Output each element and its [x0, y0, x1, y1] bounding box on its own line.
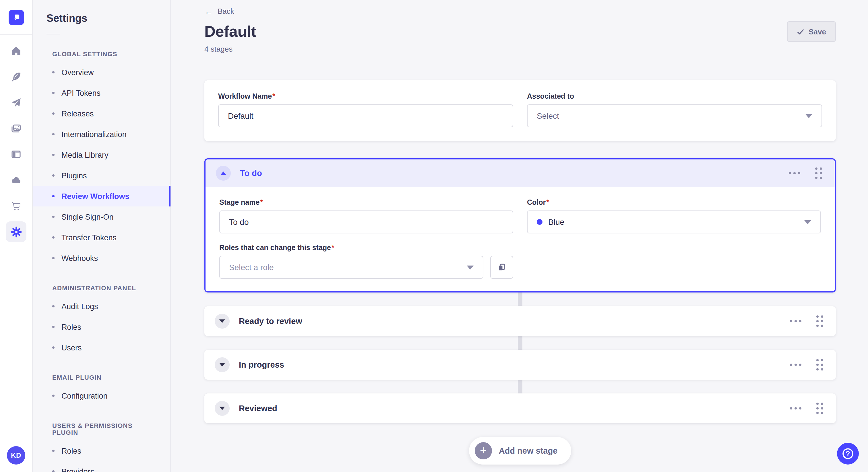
sidebar-item-email-configuration[interactable]: Configuration — [33, 385, 170, 406]
sidebar-item-transfer-tokens[interactable]: Transfer Tokens — [33, 227, 170, 248]
stage-title: To do — [240, 169, 262, 178]
required-marker: * — [546, 198, 549, 206]
save-button[interactable]: Save — [787, 21, 836, 42]
workflow-form-card: Workflow Name* Associated to Select — [205, 80, 836, 141]
bullet-icon — [52, 305, 55, 307]
sidebar-item-up-roles[interactable]: Roles — [33, 440, 170, 461]
stage-more-menu-button[interactable] — [787, 361, 804, 368]
subnav-divider — [46, 34, 60, 34]
sidebar-item-internationalization[interactable]: Internationalization — [33, 124, 170, 144]
bullet-icon — [52, 112, 55, 115]
page-title: Default — [205, 23, 256, 40]
bullet-icon — [52, 154, 55, 156]
sidebar-item-webhooks[interactable]: Webhooks — [33, 248, 170, 268]
sidebar-item-overview[interactable]: Overview — [33, 62, 170, 82]
stage-header[interactable]: Reviewed — [205, 394, 836, 423]
stage-card-in-progress: In progress — [205, 350, 836, 380]
duplicate-icon — [497, 263, 506, 272]
back-arrow-icon: ← — [205, 7, 213, 15]
question-mark-icon — [842, 447, 854, 460]
sidebar-item-review-workflows[interactable]: Review Workflows — [33, 186, 170, 206]
sidebar-item-admin-users[interactable]: Users — [33, 337, 170, 358]
rail-divider — [0, 34, 32, 35]
more-options-icon — [790, 407, 801, 409]
stage-roles-select[interactable]: Select a role — [219, 256, 484, 279]
stage-drag-handle[interactable] — [814, 357, 826, 373]
stage-more-menu-button[interactable] — [786, 170, 803, 177]
stage-drag-handle[interactable] — [814, 400, 826, 416]
stage-header[interactable]: Ready to review — [205, 306, 836, 336]
bullet-icon — [52, 71, 55, 73]
stage-title: Reviewed — [239, 404, 277, 413]
sidebar-item-plugins[interactable]: Plugins — [33, 165, 170, 186]
stage-header[interactable]: In progress — [205, 350, 836, 380]
stage-more-menu-button[interactable] — [787, 318, 804, 325]
cloud-icon[interactable] — [6, 170, 26, 191]
sidebar-item-label: Roles — [61, 446, 81, 455]
sidebar-item-up-providers[interactable]: Providers — [33, 461, 170, 472]
bullet-icon — [52, 395, 55, 397]
section-label: USERS & PERMISSIONS PLUGIN — [46, 417, 157, 440]
bullet-icon — [52, 450, 55, 452]
expand-stage-button[interactable] — [215, 357, 229, 372]
more-options-icon — [790, 364, 801, 366]
deploy-icon[interactable] — [6, 92, 26, 113]
sidebar-item-media-library[interactable]: Media Library — [33, 144, 170, 165]
stage-header[interactable]: To do — [206, 160, 835, 187]
add-new-stage-button[interactable]: + Add new stage — [469, 437, 571, 465]
rail-bottom-divider — [0, 439, 32, 439]
help-button[interactable] — [837, 443, 859, 465]
stage-color-field-group: Color* Blue — [527, 198, 821, 233]
chevron-up-icon — [220, 171, 226, 175]
back-label: Back — [218, 7, 234, 15]
stage-drag-handle[interactable] — [813, 165, 825, 181]
sidebar-item-api-tokens[interactable]: API Tokens — [33, 82, 170, 103]
stage-card-ready-to-review: Ready to review — [205, 306, 836, 336]
drag-handle-icon — [816, 403, 823, 414]
user-avatar[interactable]: KD — [7, 446, 25, 465]
sidebar-item-releases[interactable]: Releases — [33, 103, 170, 124]
back-link[interactable]: ← Back — [205, 7, 234, 15]
sidebar-item-label: Audit Logs — [61, 302, 98, 310]
sidebar-item-label: Providers — [61, 467, 94, 472]
content-type-builder-icon[interactable] — [6, 144, 26, 165]
stage-more-menu-button[interactable] — [787, 405, 804, 412]
bullet-icon — [52, 326, 55, 328]
home-icon[interactable] — [6, 41, 26, 61]
sidebar-item-label: Overview — [61, 68, 94, 76]
workflow-name-field-group: Workflow Name* — [218, 92, 513, 127]
chevron-down-icon — [467, 265, 474, 269]
required-marker: * — [272, 92, 275, 100]
drag-handle-icon — [816, 315, 823, 327]
associated-to-select[interactable]: Select — [527, 104, 822, 127]
stage-name-input[interactable] — [219, 210, 513, 233]
section-label: ADMINISTRATION PANEL — [46, 280, 157, 296]
sidebar-item-audit-logs[interactable]: Audit Logs — [33, 296, 170, 316]
expand-stage-button[interactable] — [215, 401, 229, 416]
collapse-stage-button[interactable] — [216, 166, 231, 181]
bullet-icon — [52, 470, 55, 472]
chevron-down-icon — [804, 220, 811, 224]
content-manager-icon[interactable] — [6, 67, 26, 87]
stage-color-select[interactable]: Blue — [527, 210, 821, 233]
workflow-name-label: Workflow Name* — [218, 92, 513, 100]
sidebar-item-admin-roles[interactable]: Roles — [33, 316, 170, 337]
sidebar-item-single-sign-on[interactable]: Single Sign-On — [33, 206, 170, 227]
strapi-logo[interactable] — [8, 10, 24, 25]
media-library-icon[interactable] — [6, 118, 26, 139]
marketplace-icon[interactable] — [6, 196, 26, 216]
drag-handle-icon — [816, 359, 823, 370]
color-swatch-blue — [537, 219, 542, 225]
bullet-icon — [52, 257, 55, 259]
stage-name-field-group: Stage name* — [219, 198, 513, 233]
workflow-name-input[interactable] — [218, 104, 513, 127]
stage-color-label: Color* — [527, 198, 821, 206]
settings-subnav: Settings GLOBAL SETTINGS Overview API To… — [33, 0, 171, 472]
stage-card-reviewed: Reviewed — [205, 394, 836, 423]
settings-icon[interactable] — [6, 222, 26, 242]
sidebar-item-label: Review Workflows — [61, 192, 129, 200]
stage-drag-handle[interactable] — [814, 313, 826, 329]
expand-stage-button[interactable] — [215, 314, 229, 329]
apply-roles-to-all-stages-button[interactable] — [490, 256, 513, 279]
main-content: ← Back Default Save 4 stages Workflow Na… — [171, 0, 868, 472]
